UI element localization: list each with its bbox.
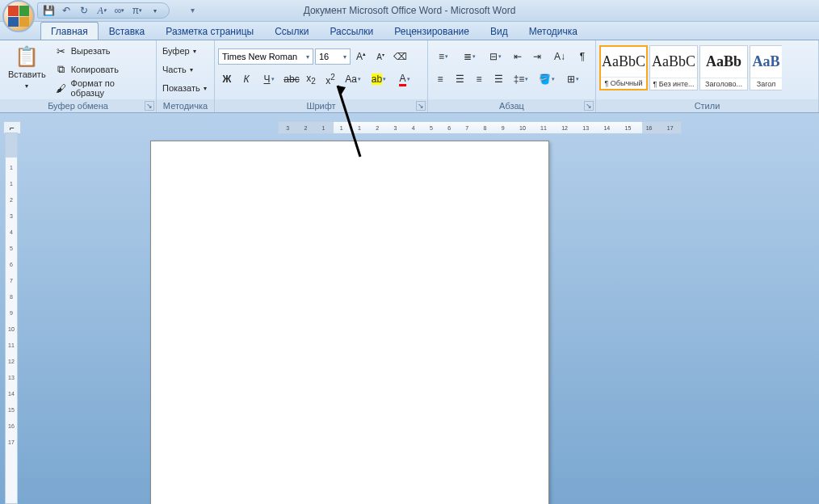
decrease-indent-button[interactable]: ⇤ bbox=[509, 48, 527, 65]
borders-icon: ⊞ bbox=[567, 74, 575, 85]
font-color-button[interactable]: A▾ bbox=[393, 70, 417, 88]
font-name-combo[interactable]: Times New Roman▾ bbox=[218, 48, 313, 65]
horizontal-ruler[interactable]: 32111234567891011121314151617 bbox=[278, 121, 682, 134]
paste-button[interactable]: 📋 Вставить▾ bbox=[3, 42, 51, 92]
show-marks-button[interactable]: ¶ bbox=[573, 48, 591, 65]
line-spacing-button[interactable]: ‡≡▾ bbox=[509, 70, 533, 88]
format-painter-button[interactable]: 🖌Формат по образцу bbox=[52, 79, 153, 97]
style-normal[interactable]: AaBbC ¶ Обычный bbox=[599, 45, 648, 90]
paste-icon: 📋 bbox=[14, 44, 40, 69]
multilevel-button[interactable]: ⊟▾ bbox=[483, 48, 507, 65]
paste-label: Вставить bbox=[8, 69, 46, 79]
change-case-icon: Aa bbox=[345, 74, 357, 85]
sort-icon: A↓ bbox=[554, 51, 565, 62]
group-font: Times New Roman▾ 16▾ A▴ A▾ ⌫ Ж К Ч▾ abc … bbox=[215, 40, 428, 112]
group-clipboard: 📋 Вставить▾ ✂Вырезать ⧉Копировать 🖌Форма… bbox=[0, 40, 157, 112]
tab-mailings[interactable]: Рассылки bbox=[319, 22, 384, 40]
qat-more-icon[interactable]: ▾ bbox=[191, 6, 195, 15]
infinity-icon[interactable]: ∞▾ bbox=[112, 4, 127, 17]
font-group-label: Шрифт bbox=[306, 101, 335, 111]
clear-formatting-button[interactable]: ⌫ bbox=[391, 48, 409, 65]
align-center-button[interactable]: ☰ bbox=[451, 70, 468, 88]
style-preview: AaBb bbox=[706, 46, 741, 78]
undo-icon[interactable]: ↶ bbox=[59, 4, 74, 17]
style-no-spacing[interactable]: AaBbC ¶ Без инте... bbox=[649, 45, 698, 90]
methodichka-group-label: Методичка bbox=[163, 101, 208, 111]
sort-button[interactable]: A↓ bbox=[548, 48, 572, 65]
style-heading1[interactable]: AaBb Заголово... bbox=[699, 45, 748, 90]
font-size-combo[interactable]: 16▾ bbox=[315, 48, 351, 65]
align-left-icon: ≡ bbox=[437, 74, 443, 85]
show-button[interactable]: Показать ▾ bbox=[160, 79, 209, 97]
group-styles: AaBbC ¶ Обычный AaBbC ¶ Без инте... AaBb… bbox=[596, 40, 819, 112]
tab-methodichka[interactable]: Методичка bbox=[519, 22, 588, 40]
copy-label: Копировать bbox=[71, 65, 119, 74]
paragraph-launcher-icon[interactable]: ↘ bbox=[584, 101, 594, 111]
shrink-font-icon: A▾ bbox=[376, 52, 384, 61]
scissors-icon: ✂ bbox=[55, 44, 68, 57]
bucket-icon: 🪣 bbox=[539, 74, 551, 85]
strikethrough-icon: abc bbox=[284, 74, 299, 85]
bold-icon: Ж bbox=[223, 74, 232, 85]
office-button[interactable] bbox=[2, 0, 35, 32]
part-button[interactable]: Часть ▾ bbox=[160, 61, 209, 78]
cut-button[interactable]: ✂Вырезать bbox=[52, 42, 153, 60]
titlebar: 💾 ↶ ↻ A▾ ∞▾ π▾ ▾ ▾ Документ Microsoft Of… bbox=[0, 0, 819, 22]
pi-icon[interactable]: π▾ bbox=[130, 4, 145, 17]
group-methodichka: Буфер ▾ Часть ▾ Показать ▾ Методичка bbox=[157, 40, 215, 112]
format-painter-label: Формат по образцу bbox=[71, 78, 150, 98]
document-area: ⌐ 32111234567891011121314151617 21123456… bbox=[0, 113, 819, 504]
tab-references[interactable]: Ссылки bbox=[264, 22, 319, 40]
shrink-font-button[interactable]: A▾ bbox=[372, 48, 389, 65]
paragraph-group-label: Абзац bbox=[499, 101, 524, 111]
strikethrough-button[interactable]: abc bbox=[283, 70, 300, 88]
font-style-icon[interactable]: A▾ bbox=[94, 4, 109, 17]
brush-icon: 🖌 bbox=[55, 82, 68, 94]
bold-button[interactable]: Ж bbox=[218, 70, 236, 88]
tab-insert[interactable]: Вставка bbox=[99, 22, 156, 40]
subscript-icon: x2 bbox=[306, 73, 316, 86]
align-right-button[interactable]: ≡ bbox=[470, 70, 488, 88]
window-title: Документ Microsoft Office Word - Microso… bbox=[304, 5, 516, 16]
tab-view[interactable]: Вид bbox=[480, 22, 519, 40]
clipboard-launcher-icon[interactable]: ↘ bbox=[145, 101, 154, 111]
document-page[interactable] bbox=[150, 141, 549, 504]
justify-button[interactable]: ☰ bbox=[489, 70, 507, 88]
bullets-button[interactable]: ≡▾ bbox=[431, 48, 456, 65]
tab-home[interactable]: Главная bbox=[40, 22, 99, 40]
style-name-label: Заголово... bbox=[700, 78, 747, 90]
tab-review[interactable]: Рецензирование bbox=[384, 22, 480, 40]
save-icon[interactable]: 💾 bbox=[41, 4, 56, 17]
underline-button[interactable]: Ч▾ bbox=[257, 70, 281, 88]
justify-icon: ☰ bbox=[494, 74, 503, 85]
buffer-label: Буфер bbox=[162, 46, 190, 56]
superscript-button[interactable]: x2 bbox=[321, 70, 339, 88]
font-launcher-icon[interactable]: ↘ bbox=[416, 101, 426, 111]
vertical-ruler[interactable]: 211234567891011121314151617 bbox=[5, 132, 18, 504]
copy-button[interactable]: ⧉Копировать bbox=[52, 61, 153, 78]
style-name-label: ¶ Без инте... bbox=[650, 78, 697, 90]
italic-button[interactable]: К bbox=[237, 70, 255, 88]
italic-icon: К bbox=[243, 74, 249, 85]
style-heading2[interactable]: AaB Загол bbox=[750, 45, 782, 90]
increase-indent-button[interactable]: ⇥ bbox=[528, 48, 546, 65]
grow-font-icon: A▴ bbox=[356, 51, 366, 62]
show-label: Показать bbox=[162, 83, 200, 93]
numbering-button[interactable]: ≣▾ bbox=[457, 48, 481, 65]
copy-icon: ⧉ bbox=[55, 63, 68, 76]
subscript-button[interactable]: x2 bbox=[302, 70, 320, 88]
borders-button[interactable]: ⊞▾ bbox=[561, 70, 585, 88]
align-left-button[interactable]: ≡ bbox=[431, 70, 449, 88]
change-case-button[interactable]: Aa▾ bbox=[341, 70, 365, 88]
style-name-label: ¶ Обычный bbox=[601, 77, 646, 89]
eraser-icon: ⌫ bbox=[393, 51, 407, 62]
outdent-icon: ⇤ bbox=[514, 51, 522, 62]
shading-button[interactable]: 🪣▾ bbox=[535, 70, 559, 88]
highlight-button[interactable]: ab▾ bbox=[367, 70, 391, 88]
ribbon: 📋 Вставить▾ ✂Вырезать ⧉Копировать 🖌Форма… bbox=[0, 40, 819, 113]
tab-page-layout[interactable]: Разметка страницы bbox=[155, 22, 264, 40]
redo-icon[interactable]: ↻ bbox=[77, 4, 91, 17]
buffer-button[interactable]: Буфер ▾ bbox=[160, 42, 209, 60]
qat-customize-icon[interactable]: ▾ bbox=[148, 4, 162, 17]
grow-font-button[interactable]: A▴ bbox=[352, 48, 370, 65]
